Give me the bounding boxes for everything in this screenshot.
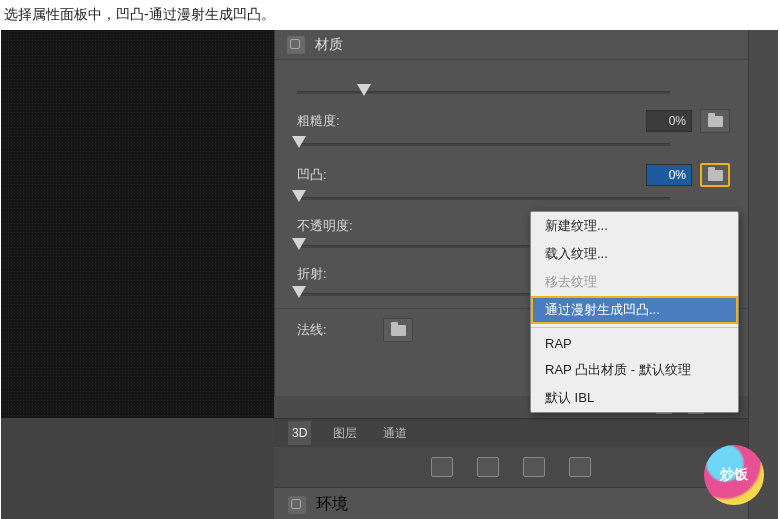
material-icon [287,36,305,54]
row-roughness: 粗糙度: [275,106,748,136]
bump-label: 凹凸: [297,166,377,184]
filter-icon-bar [274,447,748,487]
canvas-area[interactable] [1,30,274,418]
roughness-label: 粗糙度: [297,112,377,130]
menu-remove-texture: 移去纹理 [531,268,738,296]
app-window: 材质 粗糙度: 凹凸: 不透明度: [1,30,778,519]
row-bump: 凹凸: [275,160,748,190]
menu-new-texture[interactable]: 新建纹理... [531,212,738,240]
bump-input[interactable] [646,164,692,186]
normal-texture-button[interactable] [383,318,413,342]
bump-texture-button[interactable] [700,163,730,187]
environment-icon [288,496,306,514]
panel-header: 材质 [275,30,748,60]
menu-rap-extrude[interactable]: RAP 凸出材质 - 默认纹理 [531,356,738,384]
folder-icon [708,116,723,127]
tutorial-caption: 选择属性面板中，凹凸-通过漫射生成凹凸。 [0,0,780,30]
folder-icon [391,325,406,336]
menu-default-ibl[interactable]: 默认 IBL [531,384,738,412]
opacity-label: 不透明度: [297,217,377,235]
roughness-texture-button[interactable] [700,109,730,133]
menu-generate-bump-from-diffuse[interactable]: 通过漫射生成凹凸... [531,296,738,324]
refraction-label: 折射: [297,265,377,283]
menu-load-texture[interactable]: 载入纹理... [531,240,738,268]
roughness-input[interactable] [646,110,692,132]
texture-context-menu: 新建纹理... 载入纹理... 移去纹理 通过漫射生成凹凸... RAP RAP… [530,211,739,413]
folder-icon [708,170,723,181]
tab-3d[interactable]: 3D [288,421,311,445]
filter-material-icon[interactable] [523,457,545,477]
slider-top[interactable] [297,84,730,100]
roughness-slider[interactable] [297,136,730,152]
menu-separator [531,327,738,328]
environment-label: 环境 [316,494,348,515]
right-toolbar [748,30,778,519]
environment-row[interactable]: 环境 [274,487,748,519]
bump-slider[interactable] [297,190,730,206]
tab-layers[interactable]: 图层 [329,420,361,447]
panel-title: 材质 [315,36,343,54]
watermark-badge: 炒饭 [704,445,764,505]
normal-label: 法线: [297,321,377,339]
filter-mesh-icon[interactable] [477,457,499,477]
filter-light-icon[interactable] [569,457,591,477]
filter-scene-icon[interactable] [431,457,453,477]
bottom-panel: 3D 图层 通道 环境 [274,418,748,519]
tab-bar: 3D 图层 通道 [274,419,748,447]
menu-rap[interactable]: RAP [531,331,738,356]
tab-channels[interactable]: 通道 [379,420,411,447]
